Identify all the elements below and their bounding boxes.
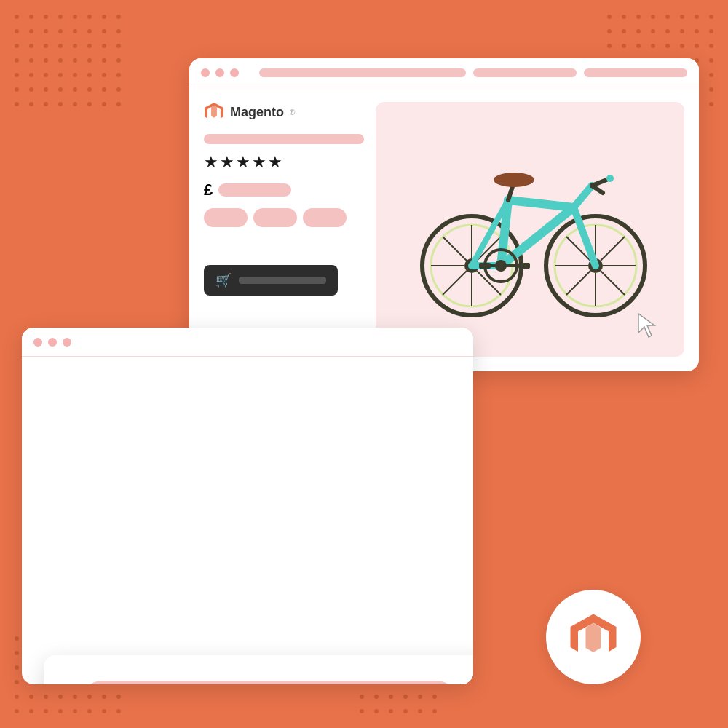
title-bar-bottom: [22, 328, 473, 357]
bicycle-illustration: [406, 135, 654, 324]
product-image-area: [376, 102, 684, 357]
address-bar-nav-1: [473, 68, 577, 77]
svg-line-7: [443, 237, 467, 261]
product-title-bar: [204, 134, 364, 144]
add-to-cart-button[interactable]: 🛒: [204, 265, 338, 296]
svg-marker-39: [638, 314, 654, 337]
cart-icon: 🛒: [215, 272, 232, 288]
product-tags-row: [204, 208, 364, 227]
address-bar-nav-2: [584, 68, 687, 77]
window-dot-3: [230, 68, 239, 77]
magento-badge-icon: [568, 612, 619, 662]
add-to-cart-bar: [239, 277, 326, 284]
dots-top-left: [15, 15, 121, 106]
svg-line-10: [443, 271, 467, 295]
browser-window-bottom: Support Development UI Design & CX Secur…: [22, 328, 473, 684]
tag-3: [303, 208, 347, 227]
window-dot-6: [63, 338, 71, 347]
svg-line-19: [601, 271, 625, 295]
window-dot-2: [215, 68, 224, 77]
svg-line-28: [574, 186, 592, 207]
window-dot-1: [201, 68, 210, 77]
tag-1: [204, 208, 248, 227]
cursor-icon: [637, 312, 659, 339]
svg-line-21: [566, 271, 590, 295]
magento-logo-text: Magento: [230, 105, 284, 120]
window-dot-5: [48, 338, 57, 347]
tag-2: [253, 208, 297, 227]
menu-item-support[interactable]: Support: [80, 681, 459, 684]
svg-rect-38: [518, 263, 530, 269]
window-dot-4: [33, 338, 42, 347]
product-info-panel: Magento ® ★★★★★ £ 🛒: [204, 102, 364, 357]
svg-line-23: [508, 200, 574, 207]
product-stars: ★★★★★: [204, 153, 364, 172]
product-price-row: £: [204, 181, 364, 199]
address-bar-main: [259, 68, 466, 77]
svg-line-30: [592, 186, 603, 193]
svg-line-20: [601, 237, 625, 261]
svg-point-31: [606, 175, 614, 182]
price-value-bar: [218, 183, 291, 197]
magento-badge: [546, 590, 641, 684]
svg-rect-37: [479, 263, 491, 269]
magento-logo-icon: [204, 102, 224, 122]
title-bar-top: [189, 58, 699, 87]
svg-point-33: [494, 173, 534, 187]
browser-window-top: Magento ® ★★★★★ £ 🛒: [189, 58, 699, 371]
services-menu: Support Development UI Design & CX Secur…: [44, 655, 473, 684]
price-symbol: £: [204, 181, 213, 199]
